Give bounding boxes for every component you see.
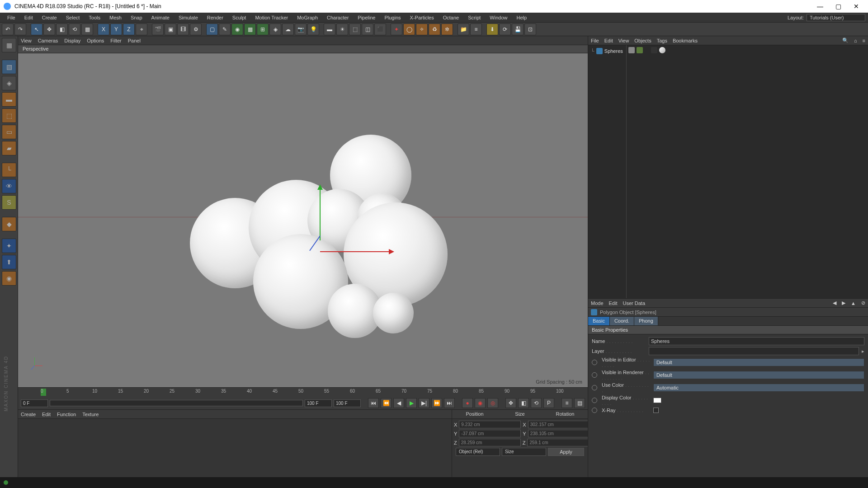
vp-menu-view[interactable]: View — [21, 38, 32, 43]
background-button[interactable]: ⬛ — [374, 23, 386, 35]
lock-x-button[interactable]: X — [98, 23, 109, 35]
customize-button[interactable]: ⊡ — [524, 23, 536, 35]
menu-pipeline[interactable]: Pipeline — [353, 15, 380, 20]
lasttool-button[interactable]: ▦ — [81, 23, 93, 35]
octane-live-button[interactable]: ♻ — [429, 23, 440, 35]
octane-tex-button[interactable]: ✲ — [441, 23, 453, 35]
size-x-input[interactable] — [528, 421, 590, 428]
scale-tool[interactable]: ◧ — [56, 23, 68, 35]
select-tool[interactable]: ↖ — [31, 23, 42, 35]
gizmo-y-axis[interactable] — [320, 186, 321, 240]
obj-menu-edit[interactable]: Edit — [604, 38, 613, 43]
obj-menu-file[interactable]: File — [591, 38, 599, 43]
key-scale-button[interactable]: ◧ — [518, 398, 529, 408]
primitive-cube-button[interactable]: ▢ — [206, 23, 218, 35]
keyframe-sel-button[interactable]: ◎ — [487, 398, 498, 408]
timeline-options-button[interactable]: ≡ — [561, 398, 572, 408]
tweak-button[interactable]: ✦ — [2, 239, 16, 253]
timeline-ruler[interactable]: 0 5 10 15 20 25 30 35 40 45 50 55 60 65 … — [18, 388, 588, 397]
pos-x-input[interactable] — [459, 421, 521, 428]
object-manager-tree[interactable]: └ Spheres — [588, 45, 868, 298]
texture-mode-button[interactable]: ◈ — [2, 76, 16, 90]
light-button[interactable]: 💡 — [307, 23, 319, 35]
obj-menu-view[interactable]: View — [618, 38, 629, 43]
close-button[interactable]: ✕ — [848, 2, 864, 11]
polygon-mode-button[interactable]: ▰ — [2, 141, 16, 155]
octane-button[interactable]: ◯ — [403, 23, 415, 35]
display-color-radio[interactable] — [592, 398, 597, 403]
gizmo-x-axis[interactable] — [320, 251, 392, 252]
frame-start-input[interactable] — [21, 399, 48, 407]
menu-tools[interactable]: Tools — [84, 15, 105, 20]
vis-editor-radio[interactable] — [592, 360, 597, 365]
record-button[interactable]: ● — [462, 398, 473, 408]
spline-pen-button[interactable]: ✎ — [219, 23, 231, 35]
menu-help[interactable]: Help — [512, 15, 531, 20]
coord-mode-select[interactable]: Object (Rel) — [456, 448, 500, 456]
vp-menu-filter[interactable]: Filter — [110, 38, 121, 43]
size-y-input[interactable] — [528, 430, 590, 437]
viewport-3d[interactable]: Grid Spacing : 50 cm — [18, 53, 588, 387]
lock-y-button[interactable]: Y — [110, 23, 122, 35]
mat-menu-texture[interactable]: Texture — [82, 412, 99, 417]
goto-prevkey-button[interactable]: ⏪ — [381, 398, 392, 408]
vp-menu-cameras[interactable]: Cameras — [38, 38, 58, 43]
array-button[interactable]: ⊞ — [257, 23, 269, 35]
visibility-editor-tag[interactable] — [628, 47, 635, 53]
maximize-button[interactable]: ▢ — [830, 2, 846, 11]
minimize-button[interactable]: — — [812, 2, 828, 11]
size-z-input[interactable] — [527, 439, 589, 446]
attr-name-input[interactable] — [649, 337, 864, 345]
soft-select-button[interactable]: ◉ — [2, 271, 16, 286]
move-tool[interactable]: ✥ — [43, 23, 55, 35]
attr-tab-coord[interactable]: Coord. — [610, 317, 634, 325]
frame-end-a-input[interactable] — [305, 399, 332, 407]
attr-menu-mode[interactable]: Mode — [591, 300, 604, 306]
menu-script[interactable]: Script — [463, 15, 485, 20]
key-pos-button[interactable]: ✥ — [505, 398, 516, 408]
menu-motiontracker[interactable]: Motion Tracker — [250, 15, 292, 20]
attr-fwd-icon[interactable]: ▶ — [842, 300, 845, 306]
display-color-swatch[interactable] — [653, 398, 661, 403]
redo-button[interactable]: ↷ — [14, 23, 26, 35]
menu-snap[interactable]: Snap — [126, 15, 147, 20]
attr-tab-basic[interactable]: Basic — [588, 317, 610, 325]
phong-tag-icon[interactable] — [659, 47, 665, 53]
vp-menu-options[interactable]: Options — [87, 38, 104, 43]
frame-end-b-input[interactable] — [334, 399, 361, 407]
attr-lock-icon[interactable]: ⊘ — [861, 300, 865, 306]
pos-y-input[interactable] — [459, 430, 521, 437]
next-frame-button[interactable]: ▶| — [419, 398, 429, 408]
render-pv-button[interactable]: 🎞 — [177, 23, 189, 35]
menu-xparticles[interactable]: X-Particles — [406, 15, 439, 20]
menu-window[interactable]: Window — [485, 15, 512, 20]
menu-mesh[interactable]: Mesh — [105, 15, 126, 20]
attr-up-icon[interactable]: ▲ — [851, 300, 856, 306]
undo-button[interactable]: ↶ — [2, 23, 14, 35]
coord-system-button[interactable]: ⌖ — [136, 23, 147, 35]
goto-end-button[interactable]: ⏭ — [444, 398, 455, 408]
obj-menu-icon[interactable]: ≡ — [863, 38, 865, 43]
menu-select[interactable]: Select — [61, 15, 85, 20]
attr-back-icon[interactable]: ◀ — [833, 300, 836, 306]
save-layout-button[interactable]: 💾 — [512, 23, 524, 35]
reset-layout-button[interactable]: ⟳ — [499, 23, 511, 35]
object-item-spheres[interactable]: └ Spheres — [590, 47, 624, 55]
key-rot-button[interactable]: ⟲ — [531, 398, 542, 408]
obj-menu-tags[interactable]: Tags — [657, 38, 667, 43]
subdiv-button[interactable]: ▦ — [244, 23, 256, 35]
edge-mode-button[interactable]: ▭ — [2, 125, 16, 139]
structure-button[interactable]: ≡ — [470, 23, 482, 35]
mat-menu-function[interactable]: Function — [57, 412, 76, 417]
layer-picker-icon[interactable]: ▸ — [862, 348, 864, 354]
menu-octane[interactable]: Octane — [439, 15, 463, 20]
model-mode-button[interactable]: ▧ — [2, 60, 16, 74]
goto-start-button[interactable]: ⏮ — [368, 398, 379, 408]
pos-z-input[interactable] — [459, 439, 521, 446]
viewport-solo-button[interactable]: 👁 — [2, 179, 16, 193]
prev-frame-button[interactable]: ◀ — [393, 398, 404, 408]
use-color-select[interactable]: Automatic — [653, 384, 864, 392]
timeline-range-slider[interactable] — [50, 400, 303, 406]
octane-settings-button[interactable]: ✧ — [416, 23, 428, 35]
coord-size-select[interactable]: Size — [502, 448, 546, 456]
